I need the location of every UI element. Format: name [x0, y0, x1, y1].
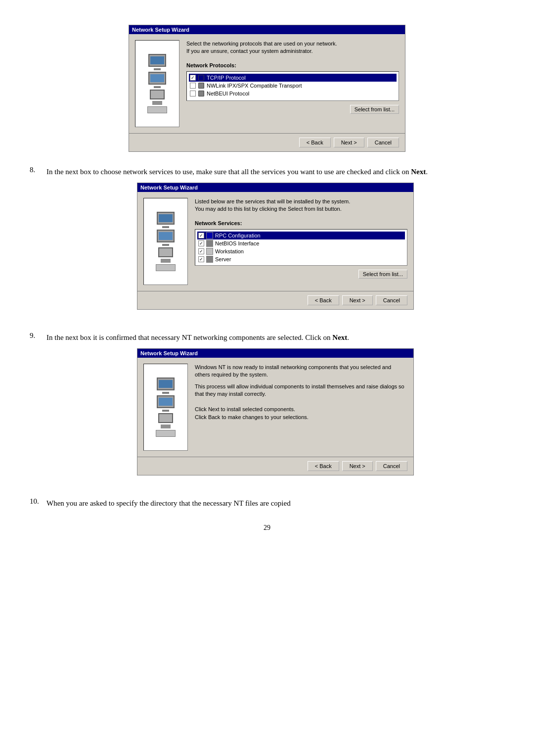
wizard2-title: Network Setup Wizard [140, 185, 198, 190]
wizard3-titlebar: Network Setup Wizard [137, 349, 413, 358]
service-icon-0 [206, 232, 213, 239]
step10-text: When you are asked to specify the direct… [46, 497, 504, 514]
wizard2-main: Listed below are the services that will … [195, 198, 407, 285]
protocol-check-0[interactable] [190, 75, 196, 81]
wizard2-select-from-list-button[interactable]: Select from list... [358, 270, 407, 279]
step9-num-text: 9. [30, 331, 35, 339]
wizard2-container: Network Setup Wizard [46, 183, 504, 310]
protocol-item-1[interactable]: NWLink IPX/SPX Compatible Transport [189, 82, 397, 90]
service-check-3[interactable] [198, 256, 204, 262]
wizard2-footer: < Back Next > Cancel [137, 291, 413, 309]
service-label-2: Workstation [215, 248, 244, 254]
step8-bold: Next [411, 168, 426, 176]
wizard3-container: Network Setup Wizard [46, 348, 504, 475]
wizard2-services-list: RPC Configuration NetBIOS Interface [195, 229, 407, 266]
protocol-item-0[interactable]: TCP/IP Protocol [189, 74, 397, 82]
protocol-check-1[interactable] [190, 83, 196, 89]
wizard2-back-button[interactable]: < Back [308, 295, 339, 305]
step8-para: In the next box to choose network servic… [46, 166, 504, 178]
computer-illustration-2 [154, 210, 178, 273]
step9-bold: Next [332, 333, 347, 341]
computer-illustration-3 [154, 376, 178, 439]
wizard1-back-button[interactable]: < Back [299, 138, 331, 147]
step10-para: When you are asked to specify the direct… [46, 497, 504, 509]
protocol-icon-2 [198, 90, 205, 97]
computer-illustration [145, 52, 169, 115]
wizard3-title: Network Setup Wizard [140, 350, 198, 356]
protocol-label-2: NetBEUI Protocol [207, 91, 249, 96]
service-item-3[interactable]: Server [197, 255, 405, 263]
step9-before-bold: In the next box it is confirmed that nec… [46, 333, 332, 341]
wizard3-note2: Click Back to make changes to your selec… [195, 414, 407, 420]
wizard3-next-button[interactable]: Next > [342, 461, 373, 471]
service-item-0[interactable]: RPC Configuration [197, 232, 405, 239]
wizard1-desc-text: Select the networking protocols that are… [186, 41, 337, 54]
wizard2-select-row: Select from list... [195, 270, 407, 279]
step9-number: 9. [30, 331, 44, 489]
wizard1-desc: Select the networking protocols that are… [186, 40, 399, 55]
wizard3-window: Network Setup Wizard [137, 348, 414, 475]
page-number: 29 [30, 524, 504, 532]
wizard1-main: Select the networking protocols that are… [186, 40, 399, 127]
step8-row: 8. In the next box to choose network ser… [30, 166, 504, 324]
wizard3-sidebar [143, 364, 188, 451]
service-label-0: RPC Configuration [215, 233, 261, 238]
wizard1-footer: < Back Next > Cancel [129, 133, 405, 151]
page-num-text: 29 [264, 524, 270, 531]
protocol-item-2[interactable]: NetBEUI Protocol [189, 90, 397, 97]
wizard1-window: Network Setup Wizard [129, 25, 405, 152]
wizard1-cancel-button[interactable]: Cancel [367, 138, 399, 147]
service-item-1[interactable]: NetBIOS Interface [197, 239, 405, 247]
wizard3-desc: Windows NT is now ready to install netwo… [195, 364, 407, 398]
service-label-1: NetBIOS Interface [215, 240, 259, 246]
wizard3-main: Windows NT is now ready to install netwo… [195, 364, 407, 451]
step10-num-text: 10. [30, 497, 39, 505]
step9-after-bold: . [347, 333, 349, 341]
step8-num-text: 8. [30, 166, 35, 174]
protocol-label-0: TCP/IP Protocol [207, 75, 246, 81]
protocol-icon-0 [198, 74, 205, 81]
step10-row: 10. When you are asked to specify the di… [30, 497, 504, 514]
wizard2-cancel-button[interactable]: Cancel [376, 295, 407, 305]
wizard3-notes: Click Next to install selected component… [195, 406, 407, 420]
wizard1-section-label: Network Protocols: [186, 62, 399, 68]
protocol-check-2[interactable] [190, 91, 196, 96]
wizard1-protocol-list: TCP/IP Protocol NWLink IPX/SPX Compatibl… [186, 71, 399, 101]
wizard2-next-button[interactable]: Next > [342, 295, 373, 305]
wizard1-sidebar [135, 40, 179, 127]
wizard1-container: Network Setup Wizard [30, 25, 504, 152]
wizard2-body: Listed below are the services that will … [137, 192, 413, 291]
wizard3-body: Windows NT is now ready to install netwo… [137, 358, 413, 457]
service-icon-2 [206, 248, 213, 255]
wizard1-titlebar: Network Setup Wizard [129, 25, 405, 34]
service-check-2[interactable] [198, 248, 204, 254]
wizard3-cancel-button[interactable]: Cancel [376, 461, 407, 471]
wizard2-titlebar: Network Setup Wizard [137, 183, 413, 192]
service-item-2[interactable]: Workstation [197, 247, 405, 255]
protocol-label-1: NWLink IPX/SPX Compatible Transport [207, 83, 302, 89]
wizard1-body: Select the networking protocols that are… [129, 34, 405, 133]
page-content: Network Setup Wizard [30, 25, 504, 532]
wizard2-window: Network Setup Wizard [137, 183, 414, 310]
wizard3-desc1: Windows NT is now ready to install netwo… [195, 364, 407, 379]
wizard3-back-button[interactable]: < Back [308, 461, 339, 471]
service-label-3: Server [215, 256, 231, 262]
wizard3-desc2: This process will allow individual compo… [195, 383, 407, 398]
step8-before-bold: In the next box to choose network servic… [46, 168, 411, 176]
step8-text: In the next box to choose network servic… [46, 166, 504, 324]
step9-text: In the next box it is confirmed that nec… [46, 331, 504, 489]
service-icon-3 [206, 256, 213, 263]
wizard2-desc: Listed below are the services that will … [195, 198, 407, 213]
service-icon-1 [206, 240, 213, 247]
protocol-icon-1 [198, 82, 205, 89]
step9-row: 9. In the next box it is confirmed that … [30, 331, 504, 489]
wizard1-title: Network Setup Wizard [132, 27, 189, 33]
wizard1-next-button[interactable]: Next > [334, 138, 364, 147]
wizard2-desc-text: Listed below are the services that will … [195, 198, 350, 212]
service-check-0[interactable] [198, 233, 204, 238]
wizard1-select-row: Select from list... [186, 105, 399, 114]
wizard2-sidebar [143, 198, 188, 285]
wizard2-section-label: Network Services: [195, 220, 407, 226]
wizard1-select-from-list-button[interactable]: Select from list... [350, 105, 399, 114]
service-check-1[interactable] [198, 240, 204, 246]
